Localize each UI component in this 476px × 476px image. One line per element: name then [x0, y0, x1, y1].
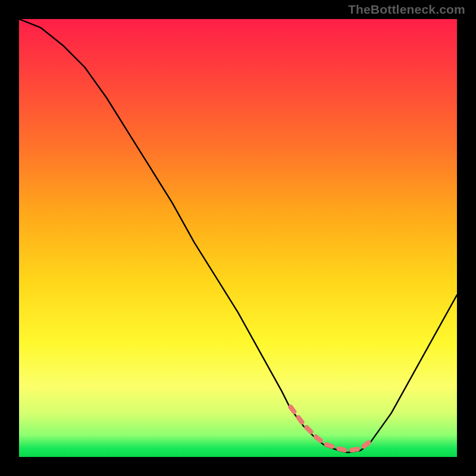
valley-marker [290, 407, 369, 451]
bottleneck-curve [19, 19, 457, 457]
watermark-text: TheBottleneck.com [348, 2, 465, 17]
plot-area [19, 19, 457, 457]
curve-path [19, 19, 457, 453]
chart-frame: TheBottleneck.com [0, 0, 476, 476]
